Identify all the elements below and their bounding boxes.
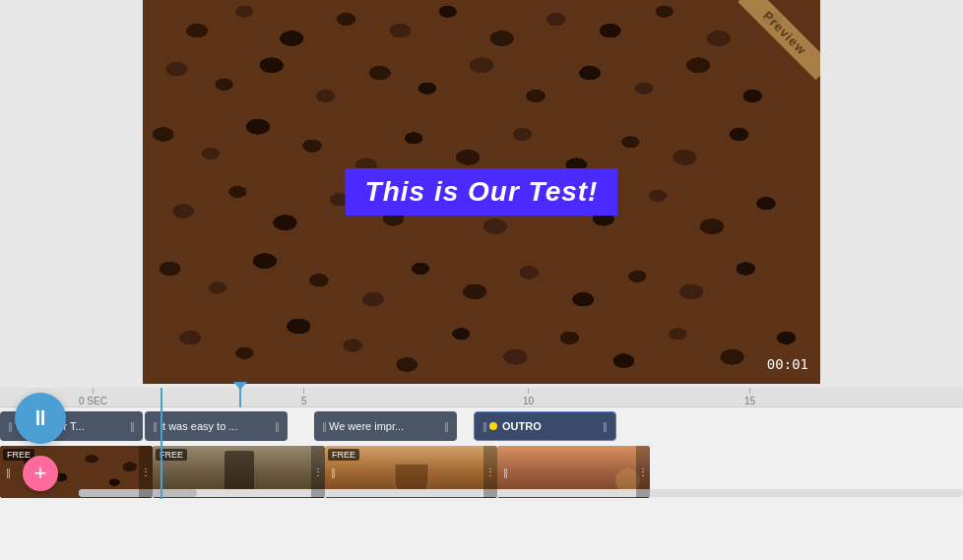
left-controls: ⏸ +: [15, 393, 66, 491]
add-button[interactable]: +: [23, 456, 58, 491]
clip-end-handle-3[interactable]: ⋮: [483, 446, 497, 498]
playhead-arrow: [233, 382, 247, 390]
scrollbar-track: [79, 489, 963, 497]
ruler-label-0: 0 SEC: [79, 396, 107, 406]
scrollbar-container: [79, 489, 963, 497]
outro-label: OUTRO: [502, 420, 601, 432]
ruler-mark-15sec: 15: [744, 388, 755, 406]
app: This is Our Test! Preview 00:01 ⏸ +: [0, 0, 963, 560]
clip-handle-left: ‖: [6, 421, 15, 432]
ruler-label-10: 10: [523, 396, 534, 406]
free-badge-2: FREE: [156, 449, 187, 461]
clip-drag-1: ‖: [6, 467, 11, 477]
clip-handle-right-2: ‖: [273, 421, 282, 432]
ruler-mark-5sec: 5: [301, 388, 307, 406]
video-timestamp: 00:01: [767, 356, 808, 372]
timeline-section: ⏸ + 0 SEC: [0, 388, 963, 560]
add-icon: +: [34, 461, 47, 486]
clip-handle-left-3: ‖: [320, 421, 329, 432]
clip-handle-left-outro: ‖: [481, 421, 489, 432]
ruler-content: 0 SEC 5 10 15: [79, 388, 963, 406]
ruler-label-15: 15: [744, 396, 755, 406]
timeline-ruler: 0 SEC 5 10 15: [0, 388, 963, 407]
play-pause-button[interactable]: ⏸: [15, 393, 66, 444]
ruler-mark-0sec: 0 SEC: [79, 388, 107, 406]
clip-end-handle-4[interactable]: ⋮: [636, 446, 650, 498]
clip-handle-right: ‖: [128, 421, 137, 432]
clip-handle-right-outro: ‖: [601, 421, 610, 432]
text-clip-2[interactable]: ‖ It was easy to ... ‖: [145, 411, 288, 441]
clip-end-handle-1[interactable]: ⋮: [139, 446, 153, 498]
preview-watermark: Preview: [732, 0, 820, 89]
text-clip-3-label: We were impr...: [329, 420, 442, 432]
text-clip-outro[interactable]: ‖ OUTRO ‖: [474, 411, 616, 441]
text-clip-2-label: It was easy to ...: [160, 420, 273, 432]
scrollbar-thumb[interactable]: [79, 489, 197, 497]
text-track-row: ‖ This is Our T... ‖ ‖ It was easy to ..…: [0, 410, 963, 442]
outro-dot: [489, 422, 497, 430]
clip-handle-right-3: ‖: [442, 421, 451, 432]
watermark-label: Preview: [738, 0, 820, 80]
clip-drag-3: ‖: [331, 467, 336, 477]
ruler-mark-10sec: 10: [523, 388, 534, 406]
clip-handle-left-2: ‖: [151, 421, 160, 432]
playhead[interactable]: [239, 388, 241, 407]
ruler-label-5: 5: [301, 396, 307, 406]
clip-end-handle-2[interactable]: ⋮: [311, 446, 325, 498]
free-badge-3: FREE: [328, 449, 359, 461]
play-pause-icon: ⏸: [30, 405, 51, 431]
clip-drag-4: ‖: [503, 467, 508, 477]
text-clip-3[interactable]: ‖ We were impr... ‖: [314, 411, 457, 441]
timeline-wrapper: 0 SEC 5 10 15: [0, 388, 963, 499]
video-text-overlay: This is Our Test!: [346, 168, 618, 216]
video-preview: This is Our Test! Preview 00:01: [143, 0, 820, 384]
